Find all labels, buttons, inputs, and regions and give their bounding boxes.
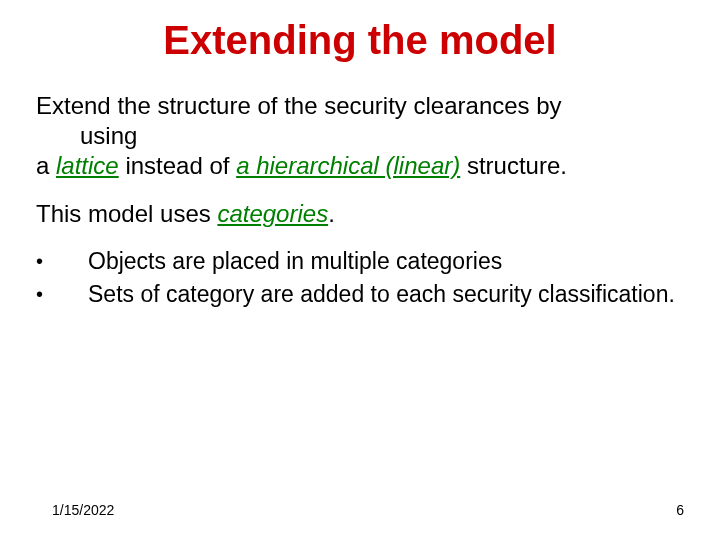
footer-page-number: 6 <box>676 502 684 518</box>
slide: Extending the model Extend the structure… <box>0 0 720 540</box>
p1-line2-pre: a <box>36 152 56 179</box>
bullet-icon: • <box>36 247 88 274</box>
paragraph-1: Extend the structure of the security cle… <box>36 91 684 181</box>
term-lattice: lattice <box>56 152 119 179</box>
slide-footer: 1/15/2022 6 <box>0 502 720 518</box>
bullet-icon: • <box>36 280 88 307</box>
list-item: • Objects are placed in multiple categor… <box>36 247 684 276</box>
term-categories: categories <box>217 200 328 227</box>
p1-line1-indent: using <box>36 121 684 151</box>
paragraph-2: This model uses categories. <box>36 199 684 229</box>
p1-line1: Extend the structure of the security cle… <box>36 92 562 119</box>
p2-post: . <box>328 200 335 227</box>
list-item: • Sets of category are added to each sec… <box>36 280 684 309</box>
p1-line2-post: structure. <box>460 152 567 179</box>
slide-title: Extending the model <box>36 18 684 63</box>
bullet-text-1: Objects are placed in multiple categorie… <box>88 247 684 276</box>
bullet-list: • Objects are placed in multiple categor… <box>36 247 684 309</box>
footer-date: 1/15/2022 <box>52 502 114 518</box>
bullet-text-2: Sets of category are added to each secur… <box>88 280 684 309</box>
term-hierarchical: a hierarchical (linear) <box>236 152 460 179</box>
p2-pre: This model uses <box>36 200 217 227</box>
p1-line2-mid: instead of <box>119 152 236 179</box>
